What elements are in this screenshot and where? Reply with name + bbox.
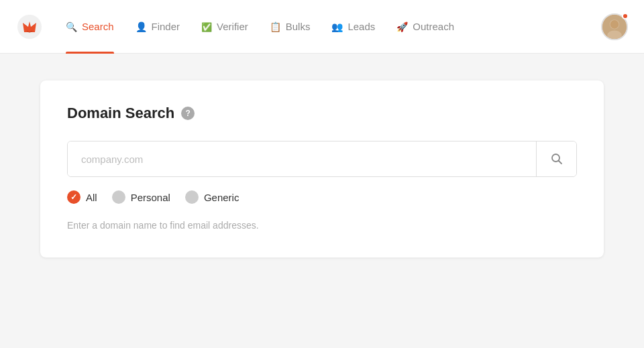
radio-personal [112,190,125,204]
search-submit-icon [551,153,563,165]
filter-personal-label: Personal [131,192,170,203]
nav-item-bulks[interactable]: Bulks [260,0,320,54]
search-button[interactable] [536,141,576,176]
header: Search Finder Verifier Bulks Leads Outre… [0,0,644,54]
filter-all-label: All [86,192,97,203]
outreach-icon [396,21,408,32]
filter-generic[interactable]: Generic [185,190,239,204]
nav-label-finder: Finder [152,21,180,32]
logo[interactable] [16,13,43,40]
bulks-icon [270,21,281,32]
nav-item-outreach[interactable]: Outreach [387,0,464,54]
search-icon [66,21,77,32]
svg-point-3 [607,30,622,40]
main-content: Domain Search ? All Personal [0,54,644,284]
card-title: Domain Search [67,105,174,122]
search-input-row [67,141,577,177]
filter-generic-label: Generic [204,192,239,203]
nav-item-search[interactable]: Search [56,0,123,54]
filter-row: All Personal Generic [67,190,577,204]
filter-personal[interactable]: Personal [112,190,170,204]
nav-label-outreach: Outreach [413,21,454,32]
finder-icon [136,21,147,32]
nav-item-verifier[interactable]: Verifier [192,0,258,54]
nav-item-leads[interactable]: Leads [322,0,384,54]
leads-icon [331,21,343,32]
card-title-row: Domain Search ? [67,105,577,122]
radio-generic [185,190,199,204]
main-nav: Search Finder Verifier Bulks Leads Outre… [56,0,601,54]
hint-text: Enter a domain name to find email addres… [67,220,577,231]
svg-point-4 [610,20,619,29]
domain-search-card: Domain Search ? All Personal [40,80,604,257]
avatar-wrapper [601,13,628,40]
nav-label-verifier: Verifier [217,21,248,32]
nav-label-leads: Leads [347,21,375,32]
nav-label-search: Search [82,21,114,32]
verifier-icon [201,21,212,32]
nav-item-finder[interactable]: Finder [126,0,190,54]
notification-dot [622,13,629,19]
domain-search-input[interactable] [68,141,536,176]
radio-all [67,190,80,204]
filter-all[interactable]: All [67,190,97,204]
help-icon[interactable]: ? [181,107,195,120]
nav-label-bulks: Bulks [286,21,311,32]
